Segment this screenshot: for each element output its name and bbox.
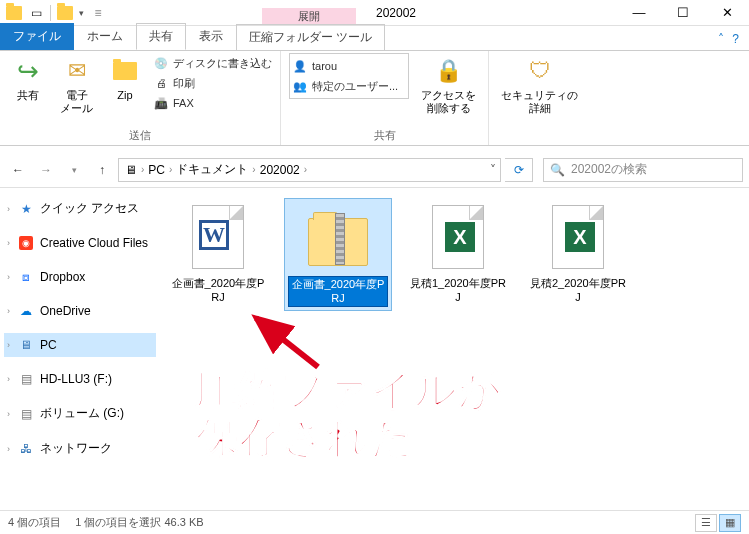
window-title: 202002 — [376, 6, 416, 20]
qat-dropdown-icon[interactable]: ▾ — [79, 8, 84, 18]
status-item-count: 4 個の項目 — [8, 515, 61, 530]
print-label: 印刷 — [173, 76, 195, 91]
navpane-volume[interactable]: ›▤ボリューム (G:) — [4, 401, 156, 426]
user-icon: 👤 — [292, 58, 308, 74]
tab-compressed-tools[interactable]: 圧縮フォルダー ツール — [236, 24, 385, 50]
search-icon: 🔍 — [550, 163, 565, 177]
address-dropdown-icon[interactable]: ˅ — [490, 163, 496, 177]
group-sharewith-label: 共有 — [374, 128, 396, 144]
up-button[interactable]: ↑ — [90, 158, 114, 182]
excel-doc-icon: X — [426, 202, 490, 272]
navpane-dropbox[interactable]: ›⧈Dropbox — [4, 265, 156, 289]
email-label: 電子 メール — [60, 89, 93, 115]
ribbon-group-security: 🛡 セキュリティの 詳細 — [489, 51, 590, 145]
file-label: 企画書_2020年度PRJ — [168, 276, 268, 305]
share-button[interactable]: ↪ 共有 — [8, 53, 48, 104]
fax-icon: 📠 — [153, 95, 169, 111]
address-bar[interactable]: 🖥 › PC › ドキュメント › 202002 › ˅ — [118, 158, 501, 182]
quick-access-label: クイック アクセス — [40, 200, 139, 217]
dropbox-label: Dropbox — [40, 270, 85, 284]
tab-home[interactable]: ホーム — [74, 23, 136, 50]
chevron-right-icon: › — [304, 164, 307, 175]
cc-label: Creative Cloud Files — [40, 236, 148, 250]
specific-users[interactable]: 👥特定のユーザー... — [292, 76, 406, 96]
contextual-header: 展開 — [262, 0, 356, 25]
maximize-button[interactable]: ☐ — [661, 0, 705, 26]
email-button[interactable]: ✉ 電子 メール — [56, 53, 97, 117]
help-icon[interactable]: ? — [732, 32, 739, 46]
tab-view[interactable]: 表示 — [186, 23, 236, 50]
pc-icon: 🖥 — [18, 337, 34, 353]
navpane-onedrive[interactable]: ›☁OneDrive — [4, 299, 156, 323]
open-folder-icon[interactable] — [57, 5, 73, 21]
file-item[interactable]: X 見積2_2020年度PRJ — [524, 198, 632, 309]
chevron-right-icon: › — [7, 340, 10, 350]
contextual-header-label: 展開 — [262, 8, 356, 25]
search-box[interactable]: 🔍 202002の検索 — [543, 158, 743, 182]
cc-icon: ◉ — [18, 235, 34, 251]
fax-button[interactable]: 📠FAX — [153, 93, 272, 113]
refresh-button[interactable]: ⟳ — [505, 158, 533, 182]
navpane-pc[interactable]: ›🖥PC — [4, 333, 156, 357]
pc-label: PC — [40, 338, 57, 352]
back-button[interactable]: ← — [6, 158, 30, 182]
group-send-label: 送信 — [129, 128, 151, 144]
send-more: 💿ディスクに書き込む 🖨印刷 📠FAX — [153, 53, 272, 113]
minimize-button[interactable]: — — [617, 0, 661, 26]
close-button[interactable]: ✕ — [705, 0, 749, 26]
crumb-documents[interactable]: ドキュメント — [174, 161, 250, 178]
file-item-selected[interactable]: 企画書_2020年度PRJ — [284, 198, 392, 311]
security-details-button[interactable]: 🛡 セキュリティの 詳細 — [497, 53, 582, 117]
specific-label: 特定のユーザー... — [312, 79, 398, 94]
excel-doc-icon: X — [546, 202, 610, 272]
crumb-folder[interactable]: 202002 — [258, 163, 302, 177]
chevron-right-icon: › — [7, 409, 10, 419]
icons-view-button[interactable]: ▦ — [719, 514, 741, 532]
navpane-creative-cloud[interactable]: ›◉Creative Cloud Files — [4, 231, 156, 255]
pc-icon: 🖥 — [123, 162, 139, 178]
chevron-right-icon: › — [7, 204, 10, 214]
hd-label: HD-LLU3 (F:) — [40, 372, 112, 386]
user-tarou[interactable]: 👤tarou — [292, 56, 406, 76]
fax-label: FAX — [173, 97, 194, 109]
ribbon-group-sharewith: 👤tarou 👥特定のユーザー... 🔒 アクセスを 削除する 共有 — [281, 51, 489, 145]
zip-label: Zip — [117, 89, 132, 102]
users-icon: 👥 — [292, 78, 308, 94]
file-item[interactable]: W 企画書_2020年度PRJ — [164, 198, 272, 309]
separator — [50, 5, 51, 21]
ribbon-collapse-icon[interactable]: ˄ — [718, 32, 724, 46]
tab-share[interactable]: 共有 — [136, 23, 186, 50]
remove-access-button[interactable]: 🔒 アクセスを 削除する — [417, 53, 480, 117]
navpane-network[interactable]: ›🖧ネットワーク — [4, 436, 156, 461]
navpane-hd[interactable]: ›▤HD-LLU3 (F:) — [4, 367, 156, 391]
overflow-icon[interactable]: ≡ — [90, 5, 106, 21]
ribbon-group-send: ↪ 共有 ✉ 電子 メール Zip 💿ディスクに書き込む 🖨印刷 📠FAX 送信 — [0, 51, 281, 145]
share-with-list[interactable]: 👤tarou 👥特定のユーザー... — [289, 53, 409, 99]
file-label-editing[interactable]: 企画書_2020年度PRJ — [288, 276, 388, 307]
chevron-right-icon: › — [7, 238, 10, 248]
user-label: tarou — [312, 60, 337, 72]
details-view-button[interactable]: ☰ — [695, 514, 717, 532]
print-button[interactable]: 🖨印刷 — [153, 73, 272, 93]
quick-access-toolbar: ▭ ▾ ≡ — [0, 5, 112, 21]
navpane-quick-access[interactable]: ›★クイック アクセス — [4, 196, 156, 221]
crumb-pc[interactable]: PC — [146, 163, 167, 177]
onedrive-label: OneDrive — [40, 304, 91, 318]
forward-button[interactable]: → — [34, 158, 58, 182]
vol-label: ボリューム (G:) — [40, 405, 124, 422]
history-dropdown[interactable]: ▾ — [62, 158, 86, 182]
ribbon-help: ˄ ? — [708, 28, 749, 50]
net-label: ネットワーク — [40, 440, 112, 457]
printer-icon: 🖨 — [153, 75, 169, 91]
navigation-pane: ›★クイック アクセス ›◉Creative Cloud Files ›⧈Dro… — [0, 188, 160, 508]
envelope-icon: ✉ — [61, 55, 93, 87]
file-item[interactable]: X 見積1_2020年度PRJ — [404, 198, 512, 309]
props-icon[interactable]: ▭ — [28, 5, 44, 21]
burn-button[interactable]: 💿ディスクに書き込む — [153, 53, 272, 73]
status-bar: 4 個の項目 1 個の項目を選択 46.3 KB ☰ ▦ — [0, 510, 749, 534]
tab-file[interactable]: ファイル — [0, 23, 74, 50]
network-icon: 🖧 — [18, 441, 34, 457]
view-buttons: ☰ ▦ — [695, 514, 741, 532]
star-icon: ★ — [18, 201, 34, 217]
zip-button[interactable]: Zip — [105, 53, 145, 104]
